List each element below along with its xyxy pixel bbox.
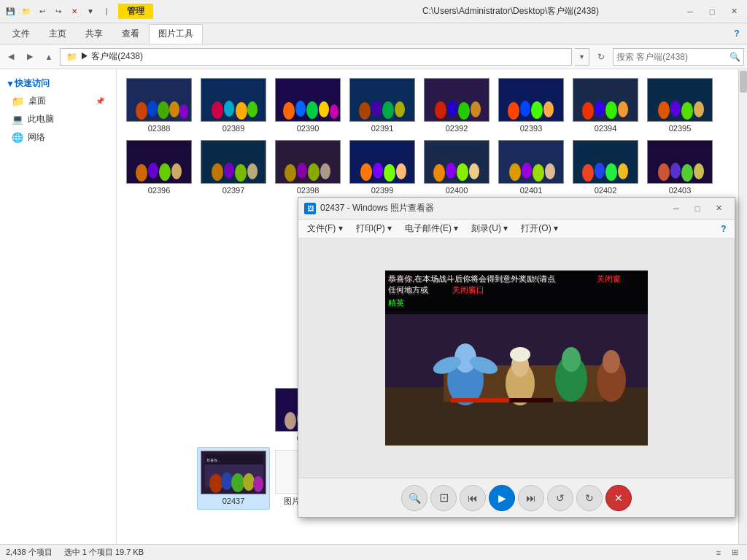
svg-point-51 xyxy=(247,163,258,179)
qat-dropdown-button[interactable]: ▼ xyxy=(83,4,98,19)
sidebar-item-network[interactable]: 🌐 网络 xyxy=(0,128,116,147)
ribbon-help-button[interactable]: ? xyxy=(727,23,747,44)
file-item-02395[interactable]: 02395 xyxy=(643,75,716,136)
file-name-02437: 02437 xyxy=(222,497,245,505)
pv-delete-button[interactable]: ✕ xyxy=(605,485,632,511)
file-name-02400: 02400 xyxy=(446,186,468,195)
svg-point-21 xyxy=(395,101,405,117)
qat-save-button[interactable]: 💾 xyxy=(3,4,18,19)
file-name-02393: 02393 xyxy=(520,124,543,133)
forward-button[interactable]: ▶ xyxy=(22,49,38,65)
svg-point-19 xyxy=(371,101,382,117)
pv-prev-button[interactable]: ⏮ xyxy=(460,485,486,511)
scrollbar[interactable] xyxy=(738,69,747,544)
pv-menu-open[interactable]: 打开(O) ▾ xyxy=(515,221,564,236)
file-item-02397[interactable]: 02397 xyxy=(197,137,270,198)
scrollbar-thumb[interactable] xyxy=(740,71,747,93)
quick-access-header[interactable]: ▼ 快速访问 xyxy=(0,75,116,92)
pv-close-button[interactable]: ✕ xyxy=(708,201,729,217)
close-button[interactable]: ✕ xyxy=(724,4,744,20)
svg-text:恭喜你...: 恭喜你... xyxy=(206,458,220,462)
svg-point-65 xyxy=(457,163,468,181)
sidebar-item-desktop[interactable]: 📁 桌面 📌 xyxy=(0,92,116,110)
pv-zoom-button[interactable]: 🔍 xyxy=(401,485,427,511)
tab-view[interactable]: 查看 xyxy=(112,24,149,44)
up-button[interactable]: ▲ xyxy=(41,49,57,65)
file-item-02388[interactable]: 02388 xyxy=(123,75,196,136)
pv-next-button[interactable]: ⏭ xyxy=(518,485,544,511)
manage-tab[interactable]: 管理 xyxy=(118,4,153,19)
address-chevron[interactable]: ▼ xyxy=(575,48,589,66)
pv-menu-print[interactable]: 打印(P) ▾ xyxy=(350,221,398,236)
svg-point-8 xyxy=(224,101,234,117)
tab-home[interactable]: 主页 xyxy=(39,24,76,44)
ribbon: 文件 主页 共享 查看 图片工具 ? xyxy=(0,23,747,44)
file-thumbnail-02389 xyxy=(201,78,266,122)
spacer xyxy=(123,385,196,446)
search-input[interactable] xyxy=(616,52,729,62)
pv-minimize-button[interactable]: ─ xyxy=(666,201,686,217)
svg-point-20 xyxy=(382,101,394,119)
file-name-02390: 02390 xyxy=(297,124,320,133)
ribbon-tabs: 文件 主页 共享 查看 图片工具 xyxy=(0,23,206,44)
file-item-02390[interactable]: 02390 xyxy=(271,75,344,136)
file-item-02402[interactable]: 02402 xyxy=(569,137,642,198)
thumbnail-svg xyxy=(499,78,563,122)
title-controls: ─ □ ✕ xyxy=(680,4,744,20)
search-box[interactable]: 🔍 xyxy=(613,48,744,66)
back-button[interactable]: ◀ xyxy=(3,49,19,65)
pv-slideshow-button[interactable]: ▶ xyxy=(489,485,515,511)
qat-redo-button[interactable]: ↪ xyxy=(51,4,66,19)
svg-point-55 xyxy=(308,163,320,181)
thumbnail-svg xyxy=(648,140,712,184)
file-item-02391[interactable]: 02391 xyxy=(346,75,419,136)
thumbnail-svg xyxy=(127,140,191,184)
file-thumbnail-02396 xyxy=(126,140,192,184)
search-icon: 🔍 xyxy=(729,52,740,62)
pv-actual-size-button[interactable]: ⊡ xyxy=(430,485,457,511)
svg-text:恭喜你,在本场战斗后你将会得到意外奖励!(请点: 恭喜你,在本场战斗后你将会得到意外奖励!(请点 xyxy=(388,274,555,283)
address-input[interactable]: 📁 ▶ 客户端(2438) xyxy=(60,48,572,66)
pv-menu-email[interactable]: 电子邮件(E) ▾ xyxy=(399,221,464,236)
svg-point-73 xyxy=(582,164,594,182)
svg-point-30 xyxy=(531,101,543,119)
title-bar: 💾 📁 ↩ ↪ ✕ ▼ | 管理 C:\Users\Administrator\… xyxy=(0,0,747,23)
pv-help-button[interactable]: ? xyxy=(716,221,732,237)
refresh-button[interactable]: ↻ xyxy=(592,48,610,66)
svg-point-61 xyxy=(396,163,406,179)
file-item-02403[interactable]: 02403 xyxy=(643,137,716,198)
sidebar-item-pc[interactable]: 💻 此电脑 xyxy=(0,110,116,128)
tab-share[interactable]: 共享 xyxy=(76,24,112,44)
file-item-02394[interactable]: 02394 xyxy=(569,75,642,136)
qat-undo-button[interactable]: ↩ xyxy=(35,4,50,19)
qat-delete-button[interactable]: ✕ xyxy=(67,4,82,19)
file-item-02401[interactable]: 02401 xyxy=(495,137,568,198)
minimize-button[interactable]: ─ xyxy=(680,4,700,20)
svg-point-44 xyxy=(148,163,158,179)
file-name-02396: 02396 xyxy=(148,186,171,195)
pv-rotate-left-button[interactable]: ↺ xyxy=(547,485,573,511)
view-details-button[interactable]: ≡ xyxy=(712,546,725,559)
file-item-02392[interactable]: 02392 xyxy=(420,75,493,136)
tab-file[interactable]: 文件 xyxy=(3,24,39,44)
svg-point-39 xyxy=(670,101,681,117)
view-tiles-button[interactable]: ⊞ xyxy=(728,546,741,559)
file-item-02437[interactable]: 恭喜你... 02437 xyxy=(197,447,270,510)
pv-menu-file[interactable]: 文件(F) ▾ xyxy=(301,221,349,236)
file-item-02389[interactable]: 02389 xyxy=(197,75,270,136)
maximize-button[interactable]: □ xyxy=(702,4,722,20)
file-item-02400[interactable]: 02400 xyxy=(420,137,493,198)
pv-rotate-right-button[interactable]: ↻ xyxy=(576,485,603,511)
delete-icon: ✕ xyxy=(614,492,623,504)
pv-maximize-button[interactable]: □ xyxy=(687,201,708,217)
qat-folder-button[interactable]: 📁 xyxy=(19,4,34,19)
file-item-02399[interactable]: 02399 xyxy=(346,137,419,198)
svg-point-40 xyxy=(681,102,693,120)
pv-menu-burn[interactable]: 刻录(U) ▾ xyxy=(465,221,514,236)
file-item-02396[interactable]: 02396 xyxy=(123,137,196,198)
zoom-icon: 🔍 xyxy=(409,492,421,504)
file-thumbnail-02400 xyxy=(424,140,489,184)
tab-picture-tools[interactable]: 图片工具 xyxy=(149,24,203,44)
file-item-02393[interactable]: 02393 xyxy=(495,75,568,136)
file-item-02398[interactable]: 02398 xyxy=(271,137,344,198)
